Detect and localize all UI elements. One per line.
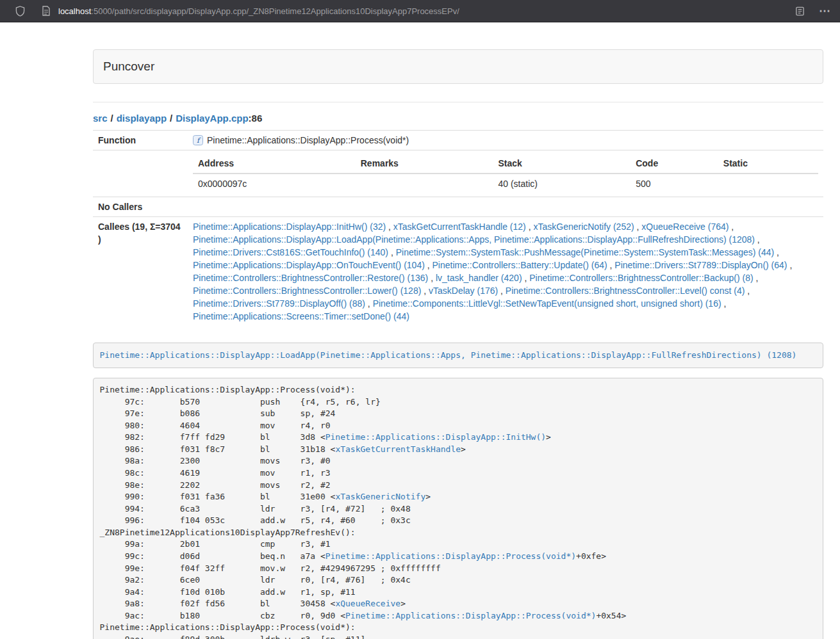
callee-link[interactable]: xTaskGetCurrentTaskHandle (12) <box>393 222 526 232</box>
breadcrumb: src/displayapp/DisplayApp.cpp:86 <box>93 113 823 124</box>
code-symbol-link[interactable]: xTaskGetCurrentTaskHandle <box>335 444 461 454</box>
callee-link[interactable]: Pinetime::Applications::DisplayApp::Load… <box>193 234 755 245</box>
code-symbol-link[interactable]: Pinetime::Applications::DisplayApp::Init… <box>325 432 546 442</box>
callee-link[interactable]: Pinetime::Controllers::Battery::Update()… <box>432 260 607 270</box>
static-value <box>718 174 818 193</box>
callees-label: Callees (19, Σ=3704 ) <box>93 217 188 327</box>
callee-link[interactable]: Pinetime::Applications::DisplayApp::Init… <box>193 222 386 232</box>
url-bar[interactable]: localhost:5000/path/src/displayapp/Displ… <box>42 6 781 16</box>
breadcrumb-separator: / <box>111 113 113 124</box>
overflow-menu-icon[interactable]: ⋯ <box>819 5 831 17</box>
divider <box>93 102 823 102</box>
callee-link[interactable]: Pinetime::Controllers::BrightnessControl… <box>529 273 753 283</box>
detail-row: Address Remarks Stack Code Static 0x0000… <box>93 150 823 197</box>
callee-link[interactable]: Pinetime::Drivers::St7789::DisplayOn() (… <box>614 260 787 270</box>
callee-link[interactable]: vTaskDelay (176) <box>429 286 498 296</box>
function-detail-table: Address Remarks Stack Code Static 0x0000… <box>193 154 818 193</box>
breadcrumb-link-displayapp[interactable]: displayapp <box>117 113 167 124</box>
detail-table-cell: Address Remarks Stack Code Static 0x0000… <box>188 150 823 197</box>
callee-link[interactable]: xTaskGenericNotify (252) <box>533 222 634 232</box>
callee-link[interactable]: Pinetime::Controllers::BrightnessControl… <box>193 286 421 296</box>
stack-value: 40 (static) <box>493 174 630 193</box>
disassembly: Pinetime::Applications::DisplayApp::Proc… <box>93 378 823 639</box>
tracking-shield-icon[interactable] <box>15 6 25 17</box>
loadapp-link[interactable]: Pinetime::Applications::DisplayApp::Load… <box>100 350 797 360</box>
col-static: Static <box>718 154 818 174</box>
code-symbol-link[interactable]: xTaskGenericNotify <box>335 492 425 501</box>
reader-view-icon[interactable] <box>795 6 805 16</box>
col-code: Code <box>630 154 718 174</box>
callee-link[interactable]: lv_task_handler (420) <box>436 273 522 283</box>
code-symbol-link[interactable]: Pinetime::Applications::DisplayApp::Proc… <box>345 611 596 620</box>
no-callers-label: No Callers <box>93 197 188 217</box>
app-title: Puncover <box>94 50 823 83</box>
code-size-value: 500 <box>630 174 718 193</box>
detail-row-label-empty <box>93 150 188 197</box>
function-name: Pinetime::Applications::DisplayApp::Proc… <box>207 135 409 145</box>
app-header-panel: Puncover <box>93 49 823 84</box>
address-value: 0x0000097c <box>193 174 356 193</box>
code-symbol-link[interactable]: xQueueReceive <box>335 599 400 608</box>
toolbar-right-group: ⋯ <box>781 5 831 17</box>
url-host: localhost <box>58 6 91 16</box>
no-callers-row: No Callers <box>93 197 823 217</box>
col-remarks: Remarks <box>356 154 493 174</box>
callee-link[interactable]: Pinetime::Components::LittleVgl::SetNewT… <box>373 298 721 309</box>
detail-header-row: Address Remarks Stack Code Static <box>193 154 818 174</box>
breadcrumb-link-file[interactable]: DisplayApp.cpp <box>176 113 248 124</box>
function-row: Function f Pinetime::Applications::Displ… <box>93 131 823 150</box>
callee-link[interactable]: Pinetime::Controllers::BrightnessControl… <box>506 286 745 296</box>
url-path: :5000/path/src/displayapp/DisplayApp.cpp… <box>91 6 459 16</box>
breadcrumb-link-src[interactable]: src <box>93 113 108 124</box>
callee-link[interactable]: Pinetime::Drivers::St7789::DisplayOff() … <box>193 298 365 309</box>
function-name-cell: f Pinetime::Applications::DisplayApp::Pr… <box>188 131 823 150</box>
browser-toolbar: localhost:5000/path/src/displayapp/Displ… <box>0 0 840 22</box>
callee-link[interactable]: Pinetime::Applications::DisplayApp::OnTo… <box>193 260 425 270</box>
callee-link[interactable]: Pinetime::System::SystemTask::PushMessag… <box>396 247 775 257</box>
loadapp-highlight-box: Pinetime::Applications::DisplayApp::Load… <box>93 343 823 368</box>
callee-link[interactable]: Pinetime::Applications::Screens::Timer::… <box>193 311 409 321</box>
col-stack: Stack <box>493 154 630 174</box>
code-symbol-link[interactable]: Pinetime::Applications::DisplayApp::Proc… <box>325 551 576 561</box>
function-icon: f <box>193 135 203 145</box>
function-overview-table: Function f Pinetime::Applications::Displ… <box>93 130 823 326</box>
url-text[interactable]: localhost:5000/path/src/displayapp/Displ… <box>58 6 459 16</box>
callees-row: Callees (19, Σ=3704 ) Pinetime::Applicat… <box>93 217 823 327</box>
callee-link[interactable]: xQueueReceive (764) <box>641 222 729 232</box>
breadcrumb-separator: / <box>170 113 172 124</box>
callers-cell <box>188 197 823 217</box>
remarks-value <box>356 174 493 193</box>
breadcrumb-line-number: :86 <box>249 113 263 124</box>
callee-link[interactable]: Pinetime::Drivers::Cst816S::GetTouchInfo… <box>193 247 388 257</box>
page-content: Puncover src/displayapp/DisplayApp.cpp:8… <box>93 49 823 639</box>
page-info-icon[interactable] <box>42 6 51 16</box>
detail-value-row: 0x0000097c 40 (static) 500 <box>193 174 818 193</box>
function-row-label: Function <box>93 131 188 150</box>
col-address: Address <box>193 154 356 174</box>
callees-cell: Pinetime::Applications::DisplayApp::Init… <box>188 217 823 327</box>
callee-link[interactable]: Pinetime::Controllers::BrightnessControl… <box>193 273 428 283</box>
